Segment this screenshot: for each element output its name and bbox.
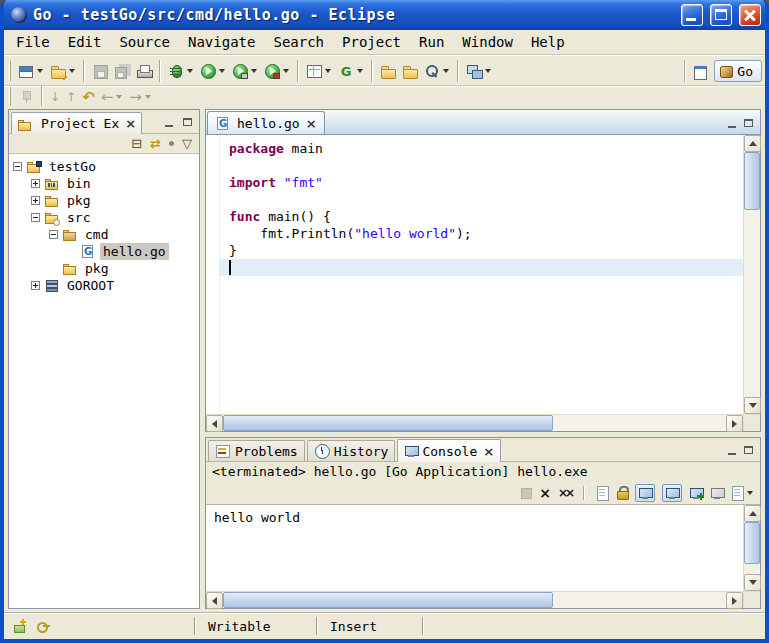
terminate-button[interactable]: [520, 487, 532, 499]
tree-expander-icon[interactable]: [13, 162, 22, 171]
minimize-button[interactable]: [681, 4, 703, 26]
forward-button[interactable]: →: [126, 88, 155, 106]
next-annotation-button[interactable]: ↓: [47, 88, 63, 106]
view-menu-icon[interactable]: ▽: [182, 137, 192, 151]
tab-project-explorer[interactable]: Project Ex ×: [11, 112, 142, 134]
maximize-view-icon[interactable]: [741, 444, 757, 458]
scroll-down-button[interactable]: [744, 574, 761, 591]
tree-item-goroot[interactable]: GOROOT: [11, 277, 197, 294]
tree-expander-icon[interactable]: [31, 213, 40, 222]
console-output[interactable]: hello world: [206, 505, 743, 591]
editor-vertical-scrollbar[interactable]: [743, 135, 760, 414]
scrollbar-track[interactable]: [744, 210, 760, 397]
scrollbar-track[interactable]: [553, 592, 726, 608]
close-icon[interactable]: ×: [306, 118, 317, 129]
fast-view-icon[interactable]: [13, 619, 27, 633]
toolbar-handle[interactable]: [9, 87, 11, 107]
open-perspective-button[interactable]: [690, 59, 712, 83]
menu-help[interactable]: Help: [522, 31, 574, 53]
maximize-view-icon[interactable]: [741, 117, 757, 131]
tree-item-pkg[interactable]: pkg: [11, 260, 197, 277]
scroll-lock-button[interactable]: [616, 486, 628, 499]
menu-window[interactable]: Window: [453, 31, 522, 53]
menu-run[interactable]: Run: [410, 31, 453, 53]
code-line[interactable]: [220, 157, 743, 174]
menu-project[interactable]: Project: [333, 31, 410, 53]
open-type-button[interactable]: [377, 59, 399, 83]
code-line[interactable]: import "fmt": [220, 174, 743, 191]
tree-expander-icon[interactable]: [49, 230, 58, 239]
minimize-view-icon[interactable]: [162, 116, 178, 130]
scroll-right-button[interactable]: [726, 415, 743, 432]
remove-launch-button[interactable]: ×: [539, 486, 551, 500]
team-sync-button[interactable]: [463, 59, 495, 83]
menu-file[interactable]: File: [7, 31, 59, 53]
project-tree[interactable]: testGobinpkgsrccmdGhello.gopkgGOROOT: [9, 154, 199, 608]
clear-console-button[interactable]: [596, 486, 609, 500]
external-tools-button[interactable]: [261, 59, 293, 83]
scroll-left-button[interactable]: [206, 415, 223, 432]
last-edit-location-button[interactable]: ↶: [79, 88, 98, 106]
titlebar[interactable]: Go - testGo/src/cmd/hello.go - Eclipse: [4, 0, 765, 30]
go-tool-button[interactable]: G: [335, 59, 367, 83]
tree-item-bin[interactable]: bin: [11, 175, 197, 192]
scrollbar-thumb[interactable]: [223, 592, 553, 608]
menu-navigate[interactable]: Navigate: [179, 31, 264, 53]
back-button[interactable]: ←: [98, 88, 127, 106]
code-line[interactable]: [220, 191, 743, 208]
scroll-left-button[interactable]: [206, 592, 223, 609]
menu-search[interactable]: Search: [264, 31, 333, 53]
tree-item-cmd[interactable]: cmd: [11, 226, 197, 243]
scrollbar-thumb[interactable]: [223, 415, 553, 431]
minimize-view-icon[interactable]: [725, 117, 741, 131]
display-selected-console-button[interactable]: [710, 487, 724, 499]
tree-item-hello-go[interactable]: Ghello.go: [11, 243, 197, 260]
secure-storage-icon[interactable]: [36, 619, 51, 633]
scrollbar-thumb[interactable]: [744, 152, 760, 210]
new-wizard-button[interactable]: [15, 59, 47, 83]
save-all-button[interactable]: [111, 59, 133, 83]
open-resource-button[interactable]: [399, 59, 421, 83]
focus-icon[interactable]: [169, 141, 174, 146]
tab-problems[interactable]: Problems: [208, 440, 305, 461]
run-history-button[interactable]: [229, 59, 261, 83]
code-line[interactable]: package main: [220, 140, 743, 157]
tab-console[interactable]: Console×: [397, 439, 501, 462]
scroll-up-button[interactable]: [744, 505, 761, 522]
console-horizontal-scrollbar[interactable]: [206, 591, 743, 608]
close-icon[interactable]: ×: [483, 446, 494, 457]
toolbar-handle[interactable]: [9, 61, 11, 81]
code-line[interactable]: fmt.Println("hello world");: [220, 225, 743, 242]
open-console-button[interactable]: [689, 487, 703, 499]
scrollbar-thumb[interactable]: [744, 522, 760, 564]
menu-edit[interactable]: Edit: [59, 31, 111, 53]
tree-item-testgo[interactable]: testGo: [11, 158, 197, 175]
code-line[interactable]: [220, 259, 743, 276]
tree-item-src[interactable]: src: [11, 209, 197, 226]
menu-source[interactable]: Source: [110, 31, 179, 53]
code-line[interactable]: func main() {: [220, 208, 743, 225]
search-button[interactable]: [421, 59, 453, 83]
pin-editor-button[interactable]: [15, 88, 37, 106]
maximize-button[interactable]: [710, 4, 732, 26]
print-button[interactable]: [133, 59, 155, 83]
go-perspective-button[interactable]: Go: [714, 60, 762, 82]
code-line[interactable]: }: [220, 242, 743, 259]
open-console-dropdown[interactable]: [731, 486, 754, 500]
debug-button[interactable]: [165, 59, 197, 83]
console-vertical-scrollbar[interactable]: [743, 505, 760, 591]
scroll-right-button[interactable]: [726, 592, 743, 609]
scrollbar-track[interactable]: [553, 415, 726, 431]
tree-expander-icon[interactable]: [31, 179, 40, 188]
show-stderr-toggle[interactable]: [662, 484, 682, 502]
maximize-view-icon[interactable]: [180, 116, 196, 130]
previous-annotation-button[interactable]: ↑: [63, 88, 79, 106]
scroll-down-button[interactable]: [744, 397, 761, 414]
scroll-up-button[interactable]: [744, 135, 761, 152]
editor-horizontal-scrollbar[interactable]: [206, 414, 743, 431]
run-button[interactable]: [197, 59, 229, 83]
link-with-editor-icon[interactable]: ⇄: [150, 137, 161, 151]
remove-all-launches-button[interactable]: ××: [558, 486, 572, 500]
close-icon[interactable]: ×: [125, 118, 136, 129]
tab-hello-go[interactable]: G hello.go ×: [207, 111, 325, 134]
